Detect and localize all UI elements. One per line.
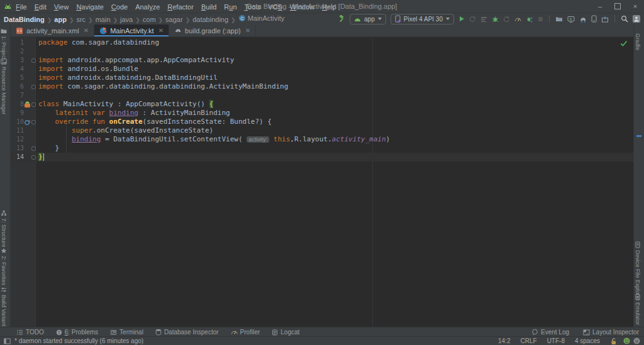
line-separator[interactable]: CRLF [521,337,537,344]
profiler-attach-icon[interactable] [503,16,510,23]
toolwindow-button-7-structure[interactable]: 7: Structure [1,210,7,248]
line-number: 7 [11,91,24,100]
toolwindow-button-2-favorites[interactable]: 2: Favorites [1,248,7,285]
avd-manager-icon[interactable] [591,15,597,23]
toolwindow-button-terminal[interactable]: Terminal [110,329,143,336]
tab-build-gradle-app-[interactable]: build.gradle (:app)✕ [169,25,256,36]
tab-mainactivity-kt[interactable]: MainActivity.kt✕ [94,25,169,36]
profile-avatar-icon[interactable] [633,15,640,23]
device-monitor-icon[interactable] [567,16,575,23]
code-text: binding = DataBindingUtil.setContentView… [36,135,390,144]
debug-icon[interactable] [492,16,499,23]
breadcrumb-item-app[interactable]: app [54,16,67,23]
tab-activity-main-xml[interactable]: activity_main.xml✕ [11,25,94,36]
minimize-icon[interactable]: – [591,1,609,13]
toolwindow-button-todo[interactable]: TODO [16,329,44,336]
device-select[interactable]: Pixel 4 API 30 [391,14,454,25]
run-icon[interactable] [458,16,465,22]
breadcrumb-item-databinding[interactable]: databinding [192,16,228,23]
file-encoding[interactable]: UTF-8 [547,337,565,344]
toolwindow-button-build-variants[interactable]: Build Variants [1,287,7,329]
apply-changes-icon[interactable] [469,16,476,23]
menu-vcs[interactable]: VCS [264,3,286,11]
android-studio-window: FileEditViewNavigateCodeAnalyzeRefactorB… [0,0,644,345]
code-text: import com.sagar.databinding.databinding… [36,82,288,91]
toolwindow-button-emulator[interactable]: Emulator [635,293,641,325]
code-editor[interactable]: 1package com.sagar.databinding23import a… [11,37,633,327]
toolwindow-button-label: 7: Structure [1,218,7,248]
menu-code[interactable]: Code [108,3,131,11]
highlight-level-face-icon[interactable] [623,337,630,344]
breadcrumb-item-src[interactable]: src [76,16,86,23]
folder-sync-icon[interactable] [555,16,563,23]
menu-navigate[interactable]: Navigate [72,3,107,11]
run-configuration-select[interactable]: app [350,14,386,25]
emulator-icon [635,293,640,300]
fold-marker-icon[interactable] [31,120,36,124]
toolwindow-button-profiler[interactable]: Profiler [231,329,260,336]
apply-code-changes-icon[interactable] [480,16,487,23]
toolwindow-button-resource-manager[interactable]: Resource Manager [1,58,7,115]
breadcrumb-item-mainactivity[interactable]: CMainActivity [238,14,285,22]
code-text: class MainActivity : AppCompatActivity()… [36,100,213,109]
unlock-icon[interactable] [610,337,617,345]
feedback-face-icon[interactable] [633,337,640,344]
menu-view[interactable]: View [50,3,73,11]
inspection-ok-icon[interactable] [620,40,628,47]
close-tab-icon[interactable]: ✕ [84,27,89,34]
menu-refactor[interactable]: Refactor [164,3,197,11]
fold-marker-icon[interactable] [31,155,36,160]
override-gutter-icon[interactable] [24,119,31,126]
toolwindow-button-6-problems[interactable]: 6: Problems [56,329,98,336]
toolwindow-indicator [636,135,641,137]
menu-run[interactable]: Run [220,3,240,11]
caret-position[interactable]: 14:2 [498,337,510,344]
toolwindow-button-gradle[interactable]: Gradle [635,33,641,50]
toolwindow-button-device-file-explorer[interactable]: Device File Explorer [635,241,641,301]
fold-marker-icon[interactable] [31,102,36,107]
toolwindow-button-event-log[interactable]: Event Log [531,329,569,336]
attach-debugger-icon[interactable] [526,16,533,23]
menu-edit[interactable]: Edit [31,3,50,11]
toolbar-separator [614,15,615,23]
android-app-gutter-icon[interactable] [24,101,31,108]
menu-tools[interactable]: Tools [241,3,265,11]
build-hammer-icon[interactable] [338,15,345,23]
line-number: 2 [11,47,24,56]
terminal-icon [110,329,117,336]
sdk-manager-icon[interactable] [601,16,609,23]
fold-marker-icon[interactable] [31,58,36,63]
menu-window[interactable]: Window [286,3,318,11]
search-everywhere-icon[interactable] [621,15,628,23]
close-tab-icon[interactable]: ✕ [158,27,164,34]
breadcrumb-item-sagar[interactable]: sagar [165,16,183,23]
title-bar: FileEditViewNavigateCodeAnalyzeRefactorB… [0,0,644,13]
code-line-1: 1package com.sagar.databinding [11,38,633,47]
menu-build[interactable]: Build [197,3,220,11]
menu-file[interactable]: File [12,3,31,11]
toolwindow-panels-icon[interactable] [4,338,11,344]
gradle-sync-icon[interactable] [579,16,587,23]
navigation-bar: DataBinding❯app❯src❯main❯java❯com❯sagar❯… [0,13,644,25]
fold-marker-icon[interactable] [31,85,36,89]
stop-icon[interactable] [538,16,543,22]
toolwindow-button-logcat[interactable]: Logcat [272,329,299,336]
breadcrumb-item-main[interactable]: main [96,16,111,23]
fold-marker-icon[interactable] [31,146,36,151]
breadcrumb-item-com[interactable]: com [143,16,156,23]
code-line-14: 14} [11,153,633,162]
maximize-icon[interactable] [609,1,626,13]
indent-size[interactable]: 4 spaces [575,337,600,344]
toolwindow-button-database-inspector[interactable]: Database Inspector [155,329,219,336]
breadcrumb-separator: ❯ [111,17,121,23]
close-tab-icon[interactable]: ✕ [245,27,250,34]
breadcrumb-item-java[interactable]: java [120,16,133,23]
line-number: 9 [11,109,24,118]
toolwindow-button-1-project[interactable]: 1: Project [1,28,7,60]
breadcrumb-item-databinding[interactable]: DataBinding [4,16,45,23]
menu-analyze[interactable]: Analyze [131,3,164,11]
close-icon[interactable]: × [626,1,644,13]
profiler-icon[interactable] [514,16,521,23]
menu-help[interactable]: Help [318,3,340,11]
toolwindow-button-layout-inspector[interactable]: Layout Inspector [583,329,639,336]
